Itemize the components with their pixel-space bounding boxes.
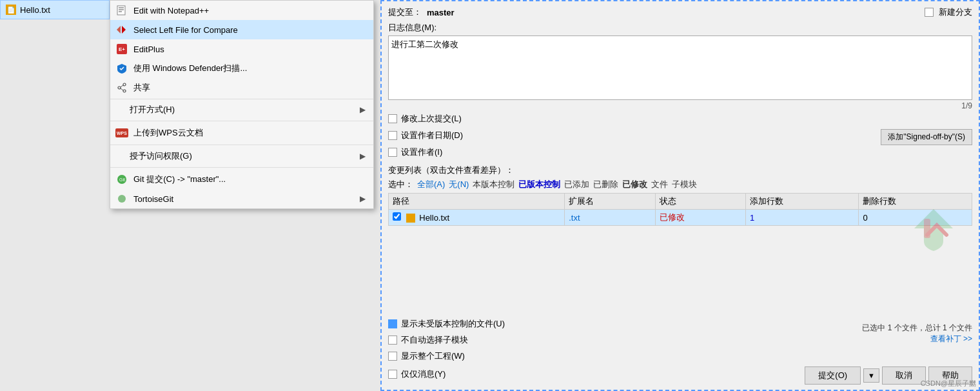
col-added: 添加行数 bbox=[746, 194, 859, 210]
row-ext: .txt bbox=[565, 210, 655, 226]
filter-added[interactable]: 已添加 bbox=[564, 179, 589, 190]
share-label: 共享 bbox=[133, 82, 366, 94]
svg-point-8 bbox=[118, 86, 121, 89]
bottom-bar: 显示未受版本控制的文件(U) 不自动选择子模块 已选中 1 个文件，总计 1 个… bbox=[388, 318, 972, 385]
commit-to-row: 提交至： master 新建分支 bbox=[388, 6, 972, 18]
show-whole-project-row: 显示整个工程(W) bbox=[388, 350, 465, 362]
menu-item-compare-left[interactable]: Select Left File for Compare bbox=[110, 20, 373, 39]
menu-item-tortoise-git[interactable]: TortoiseGit ▶ bbox=[110, 189, 373, 208]
only-message-checkbox[interactable] bbox=[388, 370, 397, 379]
author-date-checkbox[interactable] bbox=[388, 131, 397, 140]
col-status: 状态 bbox=[655, 194, 745, 210]
col-ext: 扩展名 bbox=[565, 194, 655, 210]
context-menu: Edit with Notepad++ Select Left File for… bbox=[110, 0, 374, 209]
author-label: 设置作者(I) bbox=[401, 146, 442, 158]
new-branch-label: 新建分支 bbox=[939, 6, 972, 18]
log-label: 日志信息(M): bbox=[388, 22, 972, 34]
show-whole-project-label: 显示整个工程(W) bbox=[401, 350, 465, 362]
changes-table: 路径 扩展名 状态 添加行数 删除行数 Hello.txt bbox=[388, 193, 972, 226]
row-checkbox[interactable] bbox=[393, 212, 401, 221]
right-panel: 提交至： master 新建分支 日志信息(M): 进行工第二次修改 1/9 修… bbox=[380, 0, 980, 391]
log-counter: 1/9 bbox=[388, 101, 972, 110]
git-commit-icon: Git bbox=[115, 173, 128, 186]
menu-divider-2 bbox=[110, 145, 373, 145]
share-icon bbox=[115, 81, 128, 94]
row-path: Hello.txt bbox=[389, 210, 565, 226]
no-auto-select-checkbox[interactable] bbox=[388, 336, 397, 345]
author-row: 设置作者(I) bbox=[388, 146, 463, 158]
author-date-label: 设置作者日期(D) bbox=[401, 130, 463, 141]
svg-point-13 bbox=[118, 195, 126, 203]
no-auto-select-row: 不自动选择子模块 bbox=[388, 334, 857, 346]
filter-no-vc[interactable]: 本版本控制 bbox=[473, 179, 514, 190]
status-text: 已选中 1 个文件，总计 1 个文件 bbox=[862, 323, 972, 334]
cancel-button[interactable]: 取消 bbox=[882, 366, 926, 385]
menu-item-editplus[interactable]: E+ EditPlus bbox=[110, 39, 373, 59]
col-deleted: 删除行数 bbox=[859, 194, 972, 210]
patch-link[interactable]: 查看补丁 >> bbox=[862, 334, 972, 345]
commit-to-label: 提交至： bbox=[388, 6, 422, 18]
row-file-icon bbox=[406, 214, 415, 223]
filter-in-vc[interactable]: 已版本控制 bbox=[518, 179, 560, 190]
edit-notepad-label: Edit with Notepad++ bbox=[133, 6, 366, 15]
changes-section: 变更列表（双击文件查看差异）： 选中： 全部(A) 无(N) 本版本控制 已版本… bbox=[388, 165, 972, 314]
no-auto-select-label: 不自动选择子模块 bbox=[401, 334, 468, 346]
log-textarea[interactable]: 进行工第二次修改 bbox=[388, 35, 972, 100]
commit-arrow-button[interactable]: ▼ bbox=[863, 368, 879, 383]
filter-submodule[interactable]: 子模块 bbox=[672, 179, 697, 190]
filter-deleted[interactable]: 已删除 bbox=[593, 179, 618, 190]
svg-text:Git: Git bbox=[119, 177, 125, 182]
permission-arrow: ▶ bbox=[360, 152, 366, 161]
row-status: 已修改 bbox=[655, 210, 745, 226]
menu-item-share[interactable]: 共享 bbox=[110, 78, 373, 99]
options-section: 修改上次提交(L) 设置作者日期(D) 设置作者(I) 添加"Signed-of… bbox=[388, 113, 972, 161]
only-message-row: 仅仅消息(Y) bbox=[388, 368, 446, 380]
open-with-arrow: ▶ bbox=[360, 105, 366, 114]
wps-icon: WPS bbox=[115, 126, 128, 139]
compare-icon bbox=[115, 23, 128, 36]
col-path: 路径 bbox=[389, 194, 565, 210]
svg-marker-5 bbox=[117, 26, 121, 34]
tortoise-git-arrow: ▶ bbox=[360, 194, 366, 203]
branch-name: master bbox=[427, 8, 455, 17]
amend-checkbox[interactable] bbox=[388, 114, 397, 123]
svg-line-9 bbox=[121, 85, 123, 87]
menu-item-defender[interactable]: 使用 Windows Defender扫描... bbox=[110, 59, 373, 78]
svg-marker-4 bbox=[122, 26, 126, 34]
show-whole-project-checkbox[interactable] bbox=[388, 352, 397, 361]
compare-left-label: Select Left File for Compare bbox=[133, 25, 366, 35]
svg-rect-0 bbox=[117, 6, 125, 15]
file-item[interactable]: 📄 Hello.txt bbox=[0, 0, 110, 19]
editplus-icon: E+ bbox=[115, 43, 128, 55]
commit-button[interactable]: 提交(O) bbox=[805, 366, 861, 385]
amend-row: 修改上次提交(L) bbox=[388, 113, 463, 125]
menu-item-git-commit[interactable]: Git Git 提交(C) -> "master"... bbox=[110, 170, 373, 189]
svg-point-7 bbox=[123, 90, 126, 92]
menu-item-edit-notepad[interactable]: Edit with Notepad++ bbox=[110, 1, 373, 20]
filter-all[interactable]: 全部(A) bbox=[417, 179, 445, 190]
author-checkbox[interactable] bbox=[388, 148, 397, 157]
only-message-label: 仅仅消息(Y) bbox=[401, 368, 446, 380]
file-name-label: Hello.txt bbox=[20, 5, 50, 15]
filter-select-label: 选中： bbox=[388, 179, 413, 190]
filter-none[interactable]: 无(N) bbox=[449, 179, 469, 190]
defender-label: 使用 Windows Defender扫描... bbox=[133, 63, 366, 74]
filter-modified[interactable]: 已修改 bbox=[622, 179, 647, 190]
new-branch-checkbox[interactable] bbox=[925, 8, 934, 17]
menu-divider-1 bbox=[110, 121, 373, 121]
author-date-row: 设置作者日期(D) bbox=[388, 130, 463, 141]
svg-point-6 bbox=[123, 83, 126, 86]
tortoise-git-label: TortoiseGit bbox=[133, 194, 355, 204]
show-unversioned-checkbox[interactable] bbox=[388, 319, 397, 328]
changes-title: 变更列表（双击文件查看差异）： bbox=[388, 165, 972, 176]
menu-item-permission[interactable]: 授予访问权限(G) ▶ bbox=[110, 147, 373, 165]
signed-off-button[interactable]: 添加"Signed-off-by"(S) bbox=[881, 129, 972, 145]
amend-label: 修改上次提交(L) bbox=[401, 113, 462, 125]
show-unversioned-label: 显示未受版本控制的文件(U) bbox=[401, 318, 505, 330]
notepad-icon bbox=[115, 4, 128, 17]
table-row[interactable]: Hello.txt .txt 已修改 1 0 bbox=[389, 210, 972, 226]
filter-files[interactable]: 文件 bbox=[651, 179, 668, 190]
permission-label: 授予访问权限(G) bbox=[130, 150, 355, 162]
menu-item-wps[interactable]: WPS 上传到WPS云文档 bbox=[110, 123, 373, 143]
menu-item-open-with[interactable]: 打开方式(H) ▶ bbox=[110, 101, 373, 119]
